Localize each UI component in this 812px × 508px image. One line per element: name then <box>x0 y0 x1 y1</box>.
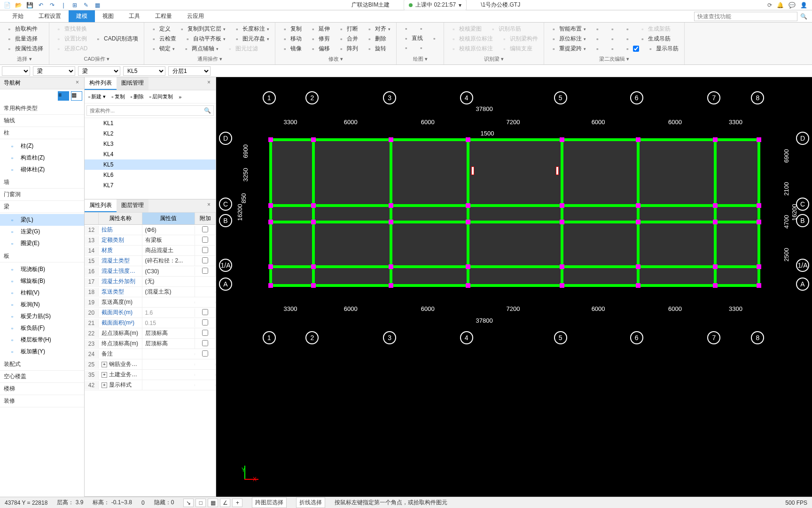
tab-property-list[interactable]: 属性列表 <box>85 199 117 212</box>
selector-4[interactable]: KL5 <box>123 66 165 76</box>
qat-tool3-icon[interactable]: ▦ <box>93 1 102 9</box>
prop-row-15[interactable]: 15混凝土类型(碎石粒径：2... <box>85 256 216 266</box>
nav-section-opening[interactable]: 门窗洞 <box>0 189 84 201</box>
ribbon-btn-原位标注[interactable]: ▫原位标注 <box>549 34 587 43</box>
prop-value[interactable]: 层顶标高 <box>142 339 195 349</box>
prop-row-35[interactable]: 35+土建业务属性 <box>85 370 216 380</box>
prop-checkbox[interactable] <box>202 237 208 243</box>
nav-section-stair[interactable]: 楼梯 <box>0 383 84 395</box>
nav-section-axis[interactable]: 轴线 <box>0 115 84 127</box>
prop-row-16[interactable]: 16混凝土强度等级(C30) <box>85 266 216 277</box>
ribbon-btn-i6[interactable]: ▫ <box>623 35 632 43</box>
tab-layer-mgmt[interactable]: 图层管理 <box>117 199 148 212</box>
comp-toolbar-more[interactable]: » <box>177 93 183 101</box>
tab-modeling[interactable]: 建模 <box>69 10 95 22</box>
tab-cloud[interactable]: 云应用 <box>180 10 211 22</box>
ribbon-btn-直线[interactable]: ▫直线 <box>401 34 424 43</box>
prop-row-24[interactable]: 24备注 <box>85 349 216 359</box>
component-item-KL5[interactable]: KL5 <box>85 159 216 170</box>
search-icon[interactable]: 🔍 <box>800 13 807 20</box>
ribbon-btn-rect[interactable]: ▫ <box>401 44 411 52</box>
prop-value[interactable]: 1.6 <box>142 309 195 317</box>
selector-5[interactable]: 分层1 <box>168 66 211 76</box>
ribbon-btn-偏移[interactable]: ▫偏移 <box>308 44 331 53</box>
ribbon-btn-CAD识别选项[interactable]: ▫CAD识别选项 <box>94 34 139 43</box>
user-icon[interactable]: 👤 <box>800 2 807 8</box>
component-item-KL2[interactable]: KL2 <box>85 128 216 139</box>
ribbon-btn-i3[interactable]: ▫ <box>623 25 632 33</box>
ribbon-search-input[interactable] <box>694 12 797 21</box>
ribbon-btn-生成吊筋[interactable]: ▫生成吊筋 <box>638 34 671 43</box>
ribbon-btn-修剪[interactable]: ▫修剪 <box>308 34 331 43</box>
qat-tool2-icon[interactable]: ✎ <box>82 1 90 9</box>
ribbon-btn-line[interactable]: ▫ <box>416 24 426 33</box>
tab-start[interactable]: 开始 <box>5 10 31 22</box>
prop-value[interactable] <box>142 353 195 355</box>
nav-item-连梁(G)[interactable]: ▫连梁(G) <box>0 226 84 238</box>
ribbon-btn-显示吊筋[interactable]: ▫显示吊筋 <box>646 44 679 53</box>
ribbon-btn-延伸[interactable]: ▫延伸 <box>308 24 331 33</box>
qat-undo-icon[interactable]: ↶ <box>37 1 45 9</box>
prop-value[interactable]: (碎石粒径：2... <box>142 256 195 266</box>
nav-section-common[interactable]: 常用构件类型 <box>0 103 84 115</box>
ribbon-btn-自动平齐板[interactable]: ▫自动平齐板 <box>183 34 226 43</box>
prop-row-17[interactable]: 17混凝土外加剂(无) <box>85 277 216 287</box>
qat-save-icon[interactable]: 💾 <box>25 1 34 9</box>
prop-value[interactable]: (混凝土泵) <box>142 287 195 297</box>
component-search-input[interactable] <box>86 105 214 116</box>
prop-checkbox[interactable] <box>202 330 208 336</box>
qat-redo-icon[interactable]: ↷ <box>48 1 56 9</box>
nav-item-构造柱(Z)[interactable]: ▫构造柱(Z) <box>0 152 84 164</box>
ribbon-btn-云检查[interactable]: ▫云检查 <box>149 34 177 43</box>
expand-icon[interactable]: + <box>102 362 107 367</box>
ribbon-btn-rect2[interactable]: ▫ <box>416 44 426 52</box>
ribbon-btn-移动[interactable]: ▫移动 <box>280 34 303 43</box>
prop-value[interactable] <box>142 364 195 365</box>
ribbon-btn-拾取构件[interactable]: ▫拾取构件 <box>5 24 39 33</box>
ribbon-btn-复制[interactable]: ▫复制 <box>280 24 303 33</box>
ribbon-btn-打断[interactable]: ▫打断 <box>336 24 359 33</box>
nav-section-hollow[interactable]: 空心楼盖 <box>0 371 84 383</box>
ribbon-btn-i5[interactable]: ▫ <box>608 35 617 43</box>
nav-section-decor[interactable]: 装修 <box>0 395 84 407</box>
tab-drawing-mgmt[interactable]: 图纸管理 <box>117 77 148 90</box>
ribbon-btn-旋转[interactable]: ▫旋转 <box>365 44 387 53</box>
ribbon-btn-按属性选择[interactable]: ▫按属性选择 <box>5 44 44 53</box>
prop-value[interactable]: 层顶标高 <box>142 328 195 338</box>
prop-checkbox[interactable] <box>202 350 208 357</box>
nav-list-view-button[interactable]: ≡ <box>58 91 69 101</box>
selector-1[interactable] <box>2 66 30 76</box>
component-item-KL4[interactable]: KL4 <box>85 149 216 159</box>
prop-row-18[interactable]: 18泵送类型(混凝土泵) <box>85 287 216 297</box>
prop-value[interactable]: (无) <box>142 277 195 286</box>
comp-toolbar-复制[interactable]: ▫ 复制 <box>109 92 126 101</box>
prop-row-21[interactable]: 21截面面积(m²)0.15 <box>85 318 216 328</box>
status-icon-2[interactable]: □ <box>195 499 206 507</box>
comp-toolbar-层间复制[interactable]: ▫ 层间复制 <box>148 92 175 101</box>
ribbon-btn-合并[interactable]: ▫合并 <box>336 34 359 43</box>
status-icon-3[interactable]: ▦ <box>208 499 218 507</box>
nav-item-柱(Z)[interactable]: ▫柱(Z) <box>0 140 84 152</box>
nav-item-梁(L)[interactable]: ▫梁(L) <box>0 214 84 226</box>
prop-value[interactable] <box>142 374 195 376</box>
ribbon-checkbox[interactable] <box>633 46 639 52</box>
ribbon-btn-定义[interactable]: ▫定义 <box>149 24 172 33</box>
ribbon-btn-i7[interactable]: ▫ <box>593 45 602 53</box>
prop-checkbox[interactable] <box>202 268 208 274</box>
expand-icon[interactable]: + <box>102 372 107 378</box>
prop-checkbox[interactable] <box>202 319 208 325</box>
nav-item-圈梁(E)[interactable]: ▫圈梁(E) <box>0 238 84 249</box>
prop-row-25[interactable]: 25+钢筋业务属性 <box>85 359 216 370</box>
nav-item-板负筋(F)[interactable]: ▫板负筋(F) <box>0 322 84 334</box>
nav-item-螺旋板(B)[interactable]: ▫螺旋板(B) <box>0 275 84 287</box>
ribbon-btn-point[interactable]: ▫ <box>401 24 411 33</box>
ribbon-btn-cb[interactable]: ▫ <box>623 45 640 53</box>
selector-3[interactable]: 梁 <box>78 66 120 76</box>
prop-row-12[interactable]: 12拉筋(Φ6) <box>85 225 216 235</box>
prop-value[interactable]: 0.15 <box>142 319 195 327</box>
prop-value[interactable] <box>142 384 195 386</box>
ribbon-btn-i8[interactable]: ▫ <box>608 45 617 53</box>
prop-value[interactable]: (C30) <box>142 267 195 276</box>
nav-section-prefab[interactable]: 装配式 <box>0 358 84 371</box>
ribbon-btn-重提梁跨[interactable]: ▫重提梁跨 <box>549 44 587 53</box>
